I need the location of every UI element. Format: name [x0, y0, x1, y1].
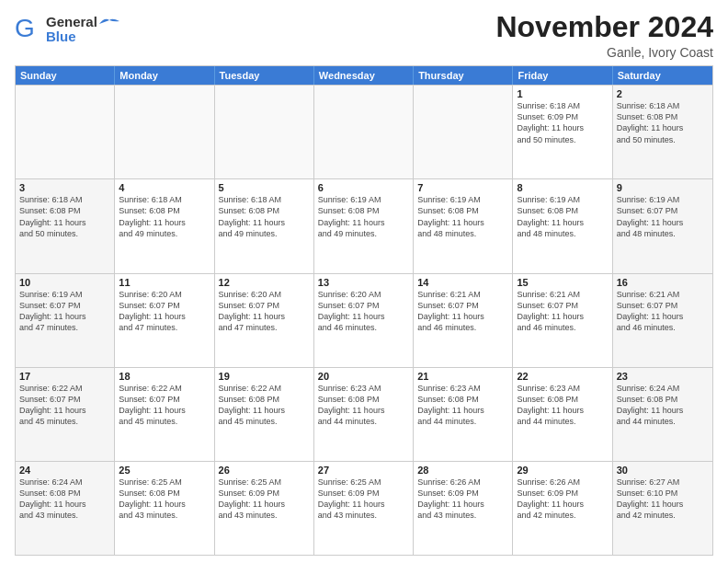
header-day-friday: Friday: [513, 66, 612, 85]
logo-icon: G: [15, 11, 42, 48]
day-number: 28: [417, 465, 508, 476]
page: G General Blue November 2024 Ganle, Ivor…: [0, 0, 728, 563]
calendar-cell-11: 11Sunrise: 6:20 AM Sunset: 6:07 PM Dayli…: [115, 274, 214, 367]
calendar-cell-28: 28Sunrise: 6:26 AM Sunset: 6:09 PM Dayli…: [414, 462, 513, 555]
day-info: Sunrise: 6:23 AM Sunset: 6:08 PM Dayligh…: [318, 383, 409, 428]
calendar-cell-4: 4Sunrise: 6:18 AM Sunset: 6:08 PM Daylig…: [115, 179, 214, 272]
header-day-sunday: Sunday: [16, 66, 115, 85]
day-info: Sunrise: 6:18 AM Sunset: 6:09 PM Dayligh…: [517, 100, 608, 145]
day-number: 6: [318, 182, 409, 193]
day-info: Sunrise: 6:21 AM Sunset: 6:07 PM Dayligh…: [517, 289, 608, 334]
calendar: SundayMondayTuesdayWednesdayThursdayFrid…: [15, 65, 713, 556]
day-number: 13: [318, 277, 409, 288]
day-info: Sunrise: 6:22 AM Sunset: 6:08 PM Dayligh…: [219, 383, 310, 428]
day-number: 16: [617, 277, 709, 288]
calendar-cell-1: 1Sunrise: 6:18 AM Sunset: 6:09 PM Daylig…: [513, 86, 612, 178]
calendar-cell-empty-0-3: [314, 86, 414, 178]
calendar-cell-6: 6Sunrise: 6:19 AM Sunset: 6:08 PM Daylig…: [314, 179, 414, 272]
day-info: Sunrise: 6:25 AM Sunset: 6:09 PM Dayligh…: [318, 477, 409, 522]
header-day-saturday: Saturday: [613, 66, 712, 85]
title-section: November 2024 Ganle, Ivory Coast: [495, 11, 713, 60]
day-number: 5: [219, 182, 310, 193]
calendar-cell-17: 17Sunrise: 6:22 AM Sunset: 6:07 PM Dayli…: [16, 368, 115, 461]
day-number: 27: [318, 465, 409, 476]
day-info: Sunrise: 6:25 AM Sunset: 6:08 PM Dayligh…: [119, 477, 210, 522]
day-info: Sunrise: 6:27 AM Sunset: 6:10 PM Dayligh…: [617, 477, 709, 522]
calendar-cell-5: 5Sunrise: 6:18 AM Sunset: 6:08 PM Daylig…: [215, 179, 314, 272]
day-number: 23: [617, 371, 709, 382]
day-number: 2: [617, 88, 709, 99]
calendar-header: SundayMondayTuesdayWednesdayThursdayFrid…: [16, 66, 712, 85]
day-info: Sunrise: 6:19 AM Sunset: 6:08 PM Dayligh…: [417, 194, 508, 239]
day-number: 3: [19, 182, 110, 193]
calendar-cell-29: 29Sunrise: 6:26 AM Sunset: 6:09 PM Dayli…: [513, 462, 612, 555]
day-info: Sunrise: 6:18 AM Sunset: 6:08 PM Dayligh…: [617, 100, 709, 145]
day-info: Sunrise: 6:22 AM Sunset: 6:07 PM Dayligh…: [119, 383, 210, 428]
logo-bird-icon: [99, 17, 119, 33]
day-number: 21: [417, 371, 508, 382]
header-day-thursday: Thursday: [414, 66, 513, 85]
day-number: 10: [19, 277, 110, 288]
calendar-cell-14: 14Sunrise: 6:21 AM Sunset: 6:07 PM Dayli…: [414, 274, 513, 367]
day-number: 30: [617, 465, 709, 476]
day-info: Sunrise: 6:19 AM Sunset: 6:07 PM Dayligh…: [19, 289, 110, 334]
day-info: Sunrise: 6:25 AM Sunset: 6:09 PM Dayligh…: [219, 477, 310, 522]
day-info: Sunrise: 6:20 AM Sunset: 6:07 PM Dayligh…: [219, 289, 310, 334]
calendar-cell-26: 26Sunrise: 6:25 AM Sunset: 6:09 PM Dayli…: [215, 462, 314, 555]
day-number: 8: [517, 182, 608, 193]
calendar-cell-13: 13Sunrise: 6:20 AM Sunset: 6:07 PM Dayli…: [314, 274, 414, 367]
day-number: 14: [417, 277, 508, 288]
calendar-cell-7: 7Sunrise: 6:19 AM Sunset: 6:08 PM Daylig…: [414, 179, 513, 272]
header-day-monday: Monday: [115, 66, 214, 85]
calendar-row-1: 1Sunrise: 6:18 AM Sunset: 6:09 PM Daylig…: [16, 85, 712, 178]
day-number: 15: [517, 277, 608, 288]
day-info: Sunrise: 6:20 AM Sunset: 6:07 PM Dayligh…: [318, 289, 409, 334]
day-info: Sunrise: 6:19 AM Sunset: 6:07 PM Dayligh…: [617, 194, 709, 239]
subtitle: Ganle, Ivory Coast: [495, 45, 713, 60]
calendar-cell-20: 20Sunrise: 6:23 AM Sunset: 6:08 PM Dayli…: [314, 368, 414, 461]
svg-text:G: G: [15, 14, 35, 42]
day-info: Sunrise: 6:24 AM Sunset: 6:08 PM Dayligh…: [617, 383, 709, 428]
calendar-row-3: 10Sunrise: 6:19 AM Sunset: 6:07 PM Dayli…: [16, 273, 712, 367]
day-info: Sunrise: 6:23 AM Sunset: 6:08 PM Dayligh…: [517, 383, 608, 428]
day-info: Sunrise: 6:20 AM Sunset: 6:07 PM Dayligh…: [119, 289, 210, 334]
calendar-cell-23: 23Sunrise: 6:24 AM Sunset: 6:08 PM Dayli…: [613, 368, 712, 461]
day-info: Sunrise: 6:23 AM Sunset: 6:08 PM Dayligh…: [417, 383, 508, 428]
day-info: Sunrise: 6:18 AM Sunset: 6:08 PM Dayligh…: [19, 194, 110, 239]
calendar-cell-empty-0-4: [414, 86, 513, 178]
calendar-cell-16: 16Sunrise: 6:21 AM Sunset: 6:07 PM Dayli…: [613, 274, 712, 367]
calendar-cell-24: 24Sunrise: 6:24 AM Sunset: 6:08 PM Dayli…: [16, 462, 115, 555]
calendar-cell-25: 25Sunrise: 6:25 AM Sunset: 6:08 PM Dayli…: [115, 462, 214, 555]
header-day-tuesday: Tuesday: [215, 66, 314, 85]
day-number: 17: [19, 371, 110, 382]
logo-line1: General: [46, 15, 97, 30]
header: G General Blue November 2024 Ganle, Ivor…: [15, 11, 713, 60]
day-info: Sunrise: 6:26 AM Sunset: 6:09 PM Dayligh…: [517, 477, 608, 522]
day-info: Sunrise: 6:21 AM Sunset: 6:07 PM Dayligh…: [617, 289, 709, 334]
day-number: 18: [119, 371, 210, 382]
day-number: 4: [119, 182, 210, 193]
day-number: 9: [617, 182, 709, 193]
day-number: 12: [219, 277, 310, 288]
day-number: 19: [219, 371, 310, 382]
day-info: Sunrise: 6:22 AM Sunset: 6:07 PM Dayligh…: [19, 383, 110, 428]
day-info: Sunrise: 6:26 AM Sunset: 6:09 PM Dayligh…: [417, 477, 508, 522]
logo-line2: Blue: [46, 29, 97, 45]
calendar-cell-3: 3Sunrise: 6:18 AM Sunset: 6:08 PM Daylig…: [16, 179, 115, 272]
calendar-cell-22: 22Sunrise: 6:23 AM Sunset: 6:08 PM Dayli…: [513, 368, 612, 461]
day-number: 11: [119, 277, 210, 288]
day-info: Sunrise: 6:19 AM Sunset: 6:08 PM Dayligh…: [517, 194, 608, 239]
day-info: Sunrise: 6:21 AM Sunset: 6:07 PM Dayligh…: [417, 289, 508, 334]
day-number: 25: [119, 465, 210, 476]
calendar-row-5: 24Sunrise: 6:24 AM Sunset: 6:08 PM Dayli…: [16, 461, 712, 555]
calendar-row-2: 3Sunrise: 6:18 AM Sunset: 6:08 PM Daylig…: [16, 178, 712, 272]
calendar-cell-21: 21Sunrise: 6:23 AM Sunset: 6:08 PM Dayli…: [414, 368, 513, 461]
calendar-cell-27: 27Sunrise: 6:25 AM Sunset: 6:09 PM Dayli…: [314, 462, 414, 555]
day-number: 26: [219, 465, 310, 476]
calendar-cell-18: 18Sunrise: 6:22 AM Sunset: 6:07 PM Dayli…: [115, 368, 214, 461]
calendar-cell-30: 30Sunrise: 6:27 AM Sunset: 6:10 PM Dayli…: [613, 462, 712, 555]
calendar-cell-19: 19Sunrise: 6:22 AM Sunset: 6:08 PM Dayli…: [215, 368, 314, 461]
calendar-body: 1Sunrise: 6:18 AM Sunset: 6:09 PM Daylig…: [16, 85, 712, 555]
header-day-wednesday: Wednesday: [314, 66, 414, 85]
day-info: Sunrise: 6:19 AM Sunset: 6:08 PM Dayligh…: [318, 194, 409, 239]
